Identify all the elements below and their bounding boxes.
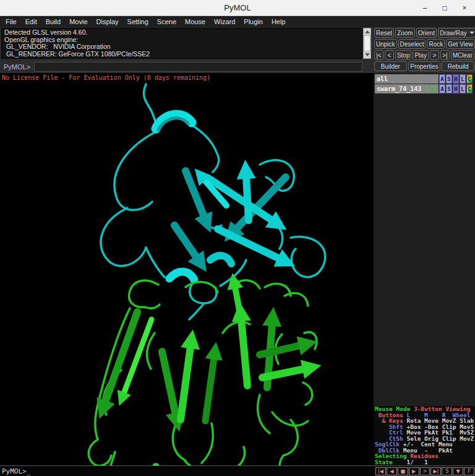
movie-prev-button[interactable]: < <box>385 50 394 60</box>
console-scrollbar[interactable] <box>363 28 371 59</box>
scene-button[interactable]: S <box>442 467 452 475</box>
window-controls: – □ × <box>419 0 470 16</box>
movie-play-button[interactable]: Play <box>413 50 428 60</box>
menu-edit[interactable]: Edit <box>21 16 41 27</box>
log-line: GL_VENDOR: NVIDIA Corporation <box>4 43 359 51</box>
frame-next-button[interactable]: > <box>420 467 430 475</box>
mouse-mode-panel: Mouse Mode 3-Button Viewing Buttons L M … <box>374 406 475 465</box>
object-state: 1/1 <box>426 85 437 92</box>
properties-button[interactable]: Properties <box>408 61 441 71</box>
titlebar: PyMOL – □ × <box>0 0 475 16</box>
menu-mouse[interactable]: Mouse <box>181 16 210 27</box>
show-button[interactable]: S <box>446 84 452 93</box>
movie-last-button[interactable]: >| <box>440 50 450 60</box>
movie-first-button[interactable]: |< <box>374 50 383 60</box>
command-input[interactable] <box>34 62 362 72</box>
deselect-button[interactable]: Deselect <box>398 39 426 49</box>
frame-first-button[interactable]: |◀ <box>375 467 386 475</box>
menu-build[interactable]: Build <box>41 16 65 27</box>
draw-ray-button[interactable]: Draw/Ray <box>438 28 475 38</box>
scroll-up-icon[interactable] <box>364 28 370 35</box>
maximize-icon[interactable]: □ <box>439 2 450 14</box>
rebuild-button[interactable]: Rebuild <box>442 61 474 71</box>
internal-gui-panel: all A S H L C swarm_74_143 1/1 A S <box>374 73 475 465</box>
frame-rate-button[interactable]: F <box>464 467 474 475</box>
action-button[interactable]: A <box>439 74 445 84</box>
close-icon[interactable]: × <box>459 2 470 14</box>
hide-button[interactable]: H <box>453 84 459 93</box>
color-button[interactable]: C <box>466 74 473 84</box>
prompt-label: PyMOL> <box>1 63 34 71</box>
minimize-icon[interactable]: – <box>419 2 430 14</box>
hide-button[interactable]: H <box>453 74 459 84</box>
object-row-all: all A S H L C <box>375 74 474 84</box>
3d-viewport[interactable]: No License File - For Evaluation Only (0… <box>0 73 374 465</box>
log-console: Detected GLSL version 4.60. OpenGL graph… <box>1 28 362 59</box>
window-title: PyMOL <box>0 3 475 12</box>
main-area: No License File - For Evaluation Only (0… <box>0 73 475 465</box>
show-button[interactable]: S <box>446 74 452 84</box>
fullscreen-toggle-button[interactable]: ▼ <box>453 467 463 475</box>
frame-prev-button[interactable]: ◀ <box>387 467 397 475</box>
object-name[interactable]: swarm_74_143 1/1 <box>375 84 439 93</box>
scroll-down-icon[interactable] <box>364 51 370 58</box>
object-list: all A S H L C swarm_74_143 1/1 A S <box>375 74 474 93</box>
get-view-button[interactable]: Get View <box>446 39 474 49</box>
frame-control-bar: |◀ ◀ ■ ▶ > ▶| S ▼ F <box>374 465 475 476</box>
unpick-button[interactable]: Unpick <box>374 39 397 49</box>
menu-file[interactable]: File <box>1 16 21 27</box>
frame-last-button[interactable]: ▶| <box>430 467 441 475</box>
upper-chrome: Detected GLSL version 4.60. OpenGL graph… <box>0 27 475 73</box>
reset-button[interactable]: Reset <box>374 28 394 38</box>
command-prompt-row: PyMOL> <box>1 61 362 72</box>
dropdown-arrow-icon <box>469 32 474 34</box>
state-line[interactable]: State 1/ 1 <box>375 459 475 465</box>
pymol-window: PyMOL – □ × File Edit Build Movie Displa… <box>0 0 475 476</box>
zoom-button[interactable]: Zoom <box>395 28 415 38</box>
movie-next-button[interactable]: > <box>430 50 439 60</box>
scrollbar-thumb[interactable] <box>364 35 370 51</box>
object-name[interactable]: all <box>375 74 439 84</box>
menu-scene[interactable]: Scene <box>153 16 181 27</box>
license-warning: No License File - For Evaluation Only (0… <box>2 74 210 81</box>
frame-play-button[interactable]: ▶ <box>409 467 419 475</box>
menu-plugin[interactable]: Plugin <box>239 16 267 27</box>
log-line: Detected GLSL version 4.60. <box>4 29 359 37</box>
rock-button[interactable]: Rock <box>427 39 445 49</box>
log-line: GL_RENDERER: GeForce GTX 1080/PCIe/SSE2 <box>4 51 359 58</box>
builder-button[interactable]: Builder <box>374 61 407 71</box>
menu-movie[interactable]: Movie <box>65 16 92 27</box>
bottom-prompt: PyMOL>_ <box>0 467 30 475</box>
action-button[interactable]: A <box>439 84 445 93</box>
label-button[interactable]: L <box>460 74 466 84</box>
frame-stop-button[interactable]: ■ <box>398 467 408 475</box>
orient-button[interactable]: Orient <box>416 28 437 38</box>
protein-ribbon <box>0 73 374 465</box>
feedback-command-bar[interactable]: PyMOL>_ <box>0 465 374 476</box>
movie-stop-button[interactable]: Stop <box>395 50 412 60</box>
label-button[interactable]: L <box>460 84 466 93</box>
menu-display[interactable]: Display <box>92 16 123 27</box>
menubar: File Edit Build Movie Display Setting Sc… <box>0 16 475 27</box>
object-row-swarm: swarm_74_143 1/1 A S H L C <box>375 84 474 93</box>
mclear-button[interactable]: MClear <box>451 50 474 60</box>
menu-wizard[interactable]: Wizard <box>210 16 239 27</box>
menu-setting[interactable]: Setting <box>123 16 153 27</box>
menu-help[interactable]: Help <box>267 16 290 27</box>
color-button[interactable]: C <box>466 84 473 93</box>
control-panel: Reset Zoom Orient Draw/Ray Unpick Desele… <box>374 28 474 71</box>
